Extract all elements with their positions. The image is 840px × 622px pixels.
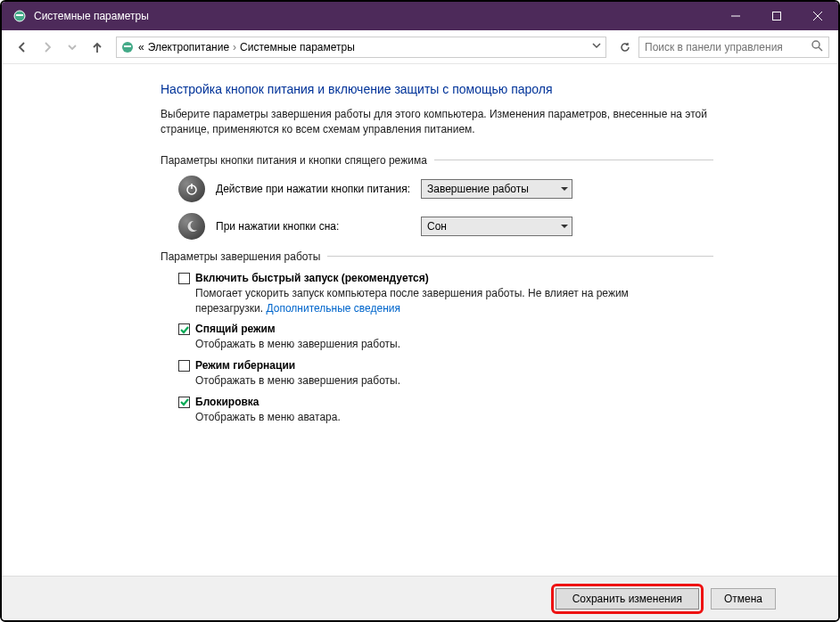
- fast-startup-label: Включить быстрый запуск (рекомендуется): [195, 272, 429, 284]
- lock-label: Блокировка: [195, 396, 259, 408]
- maximize-button[interactable]: [756, 2, 797, 30]
- svg-marker-13: [561, 187, 568, 191]
- navigation-bar: « Электропитание › Системные параметры: [2, 30, 838, 64]
- svg-rect-1: [16, 14, 23, 16]
- page-heading: Настройка кнопок питания и включение защ…: [161, 82, 713, 96]
- svg-marker-14: [561, 225, 568, 228]
- up-button[interactable]: [86, 36, 109, 59]
- sleep-button-select[interactable]: Сон: [421, 217, 572, 236]
- hibernate-option: Режим гибернации Отображать в меню завер…: [178, 359, 713, 389]
- breadcrumb-prefix: «: [138, 41, 144, 53]
- titlebar: Системные параметры: [2, 2, 838, 30]
- refresh-button[interactable]: [614, 37, 637, 58]
- section-header-shutdown: Параметры завершения работы: [161, 250, 713, 263]
- page-description: Выберите параметры завершения работы для…: [161, 107, 713, 138]
- sleep-option: Спящий режим Отображать в меню завершени…: [178, 323, 713, 352]
- more-info-link[interactable]: Дополнительные сведения: [266, 302, 399, 315]
- window: Системные параметры « Электропитание › С…: [0, 0, 840, 622]
- search-input[interactable]: [645, 41, 811, 53]
- fast-startup-checkbox[interactable]: [178, 273, 190, 284]
- hibernate-checkbox[interactable]: [178, 360, 190, 372]
- footer: Сохранить изменения Отмена: [2, 576, 838, 620]
- svg-rect-8: [124, 45, 131, 47]
- breadcrumb-item[interactable]: Системные параметры: [240, 41, 355, 53]
- fast-startup-option: Включить быстрый запуск (рекомендуется) …: [178, 272, 713, 316]
- sleep-button-label: При нажатии кнопки сна:: [216, 220, 410, 233]
- chevron-down-icon: [561, 223, 568, 230]
- chevron-down-icon: [561, 185, 568, 192]
- svg-point-9: [812, 41, 819, 48]
- save-button-highlight: Сохранить изменения: [551, 584, 704, 614]
- hibernate-desc: Отображать в меню завершения работы.: [195, 373, 695, 389]
- save-button[interactable]: Сохранить изменения: [556, 588, 699, 610]
- address-bar[interactable]: « Электропитание › Системные параметры: [116, 37, 606, 58]
- power-button-select[interactable]: Завершение работы: [421, 179, 572, 199]
- lock-option: Блокировка Отображать в меню аватара.: [178, 396, 713, 425]
- power-button-label: Действие при нажатии кнопки питания:: [216, 183, 410, 195]
- chevron-right-icon[interactable]: ›: [233, 41, 236, 53]
- power-icon: [178, 176, 205, 202]
- sleep-checkbox[interactable]: [178, 323, 190, 335]
- power-options-icon: [120, 40, 135, 54]
- lock-desc: Отображать в меню аватара.: [195, 410, 695, 425]
- recent-dropdown[interactable]: [61, 36, 84, 59]
- breadcrumb-item[interactable]: Электропитание: [148, 41, 229, 53]
- forward-button[interactable]: [36, 36, 59, 59]
- section-header-buttons: Параметры кнопки питания и кнопки спящег…: [161, 154, 713, 167]
- svg-rect-3: [773, 12, 781, 20]
- sleep-button-action-row: При нажатии кнопки сна: Сон: [178, 213, 713, 240]
- sleep-desc: Отображать в меню завершения работы.: [195, 337, 695, 352]
- search-box[interactable]: [638, 37, 829, 58]
- svg-line-10: [819, 47, 822, 51]
- window-title: Системные параметры: [34, 10, 715, 22]
- search-icon: [811, 40, 823, 54]
- cancel-button[interactable]: Отмена: [711, 588, 776, 610]
- power-button-action-row: Действие при нажатии кнопки питания: Зав…: [178, 176, 713, 202]
- moon-icon: [178, 213, 205, 240]
- fast-startup-desc: Помогает ускорить запуск компьютера посл…: [195, 286, 695, 316]
- back-button[interactable]: [11, 36, 34, 59]
- sleep-label: Спящий режим: [195, 323, 276, 335]
- address-dropdown[interactable]: [591, 40, 602, 53]
- lock-checkbox[interactable]: [178, 397, 190, 408]
- minimize-button[interactable]: [715, 2, 756, 30]
- content-area: Настройка кнопок питания и включение защ…: [2, 64, 838, 576]
- hibernate-label: Режим гибернации: [195, 359, 295, 372]
- close-button[interactable]: [797, 2, 838, 30]
- power-options-icon: [12, 9, 27, 23]
